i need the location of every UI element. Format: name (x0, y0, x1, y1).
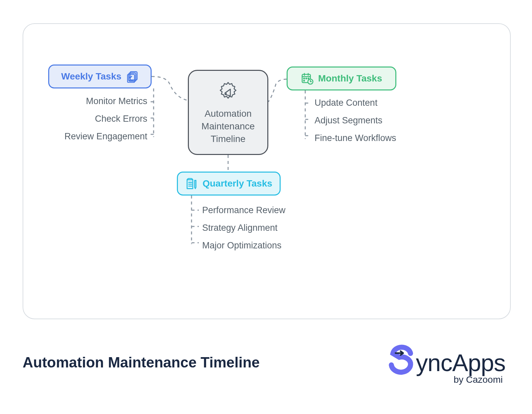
weekly-task-item: Review Engagement (35, 131, 147, 142)
weekly-task-item: Monitor Metrics (35, 96, 147, 106)
svg-point-6 (308, 78, 309, 79)
weekly-tasks-label: Weekly Tasks (61, 71, 121, 82)
weekly-tasks-node: Weekly Tasks (48, 65, 152, 88)
logo-text: yncApps (416, 349, 505, 376)
checklist-stack-icon (126, 70, 139, 83)
weekly-task-list: Monitor Metrics Check Errors Review Enga… (35, 96, 147, 142)
page-title: Automation Maintenance Timeline (23, 354, 260, 371)
quarterly-tasks-node: Quarterly Tasks (177, 172, 281, 196)
quarterly-task-list: Performance Review Strategy Alignment Ma… (202, 205, 335, 251)
weekly-task-item: Check Errors (35, 114, 147, 124)
monthly-tasks-label: Monthly Tasks (318, 73, 382, 84)
quarterly-task-item: Major Optimizations (202, 240, 335, 251)
monthly-tasks-node: Monthly Tasks (287, 67, 396, 90)
diagram-frame: AutomationMaintenanceTimeline Weekly Tas… (23, 23, 511, 319)
svg-point-7 (304, 80, 305, 81)
svg-point-5 (306, 78, 307, 79)
monthly-task-item: Update Content (315, 98, 454, 108)
center-label: AutomationMaintenanceTimeline (201, 107, 255, 145)
quarterly-task-item: Performance Review (202, 205, 335, 215)
monthly-task-item: Fine-tune Workflows (315, 133, 454, 143)
center-node: AutomationMaintenanceTimeline (188, 70, 268, 155)
monthly-task-item: Adjust Segments (315, 115, 454, 126)
calendar-clock-icon (301, 72, 314, 85)
svg-point-4 (304, 78, 305, 79)
quarterly-tasks-label: Quarterly Tasks (202, 178, 272, 189)
monthly-task-list: Update Content Adjust Segments Fine-tune… (315, 98, 454, 143)
logo-byline: by Cazoomi (454, 374, 503, 385)
syncapps-logo: yncApps by Cazoomi (346, 339, 505, 382)
quarterly-task-item: Strategy Alignment (202, 223, 335, 233)
document-pen-icon (185, 177, 198, 190)
s-mark-icon (383, 344, 415, 376)
gear-megaphone-icon (216, 79, 240, 103)
